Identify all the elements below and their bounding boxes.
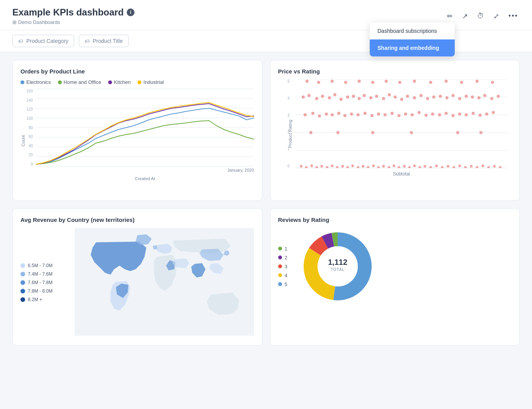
svg-point-73 bbox=[478, 114, 481, 117]
world-map-svg bbox=[75, 228, 254, 336]
line-chart-title: Orders by Product Line bbox=[20, 68, 254, 75]
svg-point-86 bbox=[444, 80, 447, 83]
donut-wrap: 1,112 TOTAL bbox=[299, 228, 376, 305]
external-link-button[interactable]: ↗ bbox=[461, 10, 469, 22]
dropdown-subscriptions[interactable]: Dashboard subscriptions bbox=[370, 22, 455, 39]
svg-point-88 bbox=[475, 80, 478, 83]
svg-point-102 bbox=[331, 165, 333, 167]
svg-point-56 bbox=[363, 112, 366, 115]
info-icon[interactable]: i bbox=[127, 9, 134, 16]
line-chart-legend: Electronics Home and Office Kitchen Indu… bbox=[20, 79, 254, 85]
svg-point-48 bbox=[311, 112, 314, 115]
svg-point-39 bbox=[451, 94, 454, 97]
svg-point-30 bbox=[393, 95, 396, 99]
legend-home-office: Home and Office bbox=[58, 79, 101, 85]
svg-point-113 bbox=[388, 166, 390, 169]
svg-point-92 bbox=[371, 131, 374, 134]
scatter-chart-card: Price vs Rating Product Rating 543210 bbox=[270, 60, 520, 201]
svg-point-126 bbox=[458, 165, 461, 167]
svg-point-112 bbox=[382, 165, 385, 168]
map-legend-1: 6.5M - 7.0M bbox=[20, 263, 67, 268]
map-legend-3: 7.6M - 7.8M bbox=[20, 280, 67, 285]
svg-point-46 bbox=[496, 95, 500, 98]
svg-point-80 bbox=[357, 80, 360, 83]
svg-point-129 bbox=[476, 166, 478, 169]
scatter-chart-title: Price vs Rating bbox=[278, 68, 512, 75]
svg-point-133 bbox=[499, 166, 501, 169]
expand-button[interactable]: ⤢ bbox=[492, 10, 501, 22]
donut-section: 1 2 3 4 5 bbox=[278, 228, 512, 305]
svg-point-58 bbox=[377, 112, 380, 116]
svg-point-68 bbox=[444, 112, 447, 115]
svg-point-50 bbox=[325, 112, 328, 116]
more-button[interactable]: ••• bbox=[507, 10, 520, 22]
map-section: 6.5M - 7.0M 7.4M - 7.6M 7.6M - 7.8M 7.8M… bbox=[20, 228, 254, 337]
svg-point-127 bbox=[464, 166, 467, 169]
svg-point-78 bbox=[330, 80, 333, 83]
svg-point-29 bbox=[388, 93, 391, 96]
header-actions: ✏ ↗ ⏱ ⤢ ••• bbox=[445, 10, 520, 22]
svg-point-111 bbox=[377, 166, 380, 169]
svg-point-21 bbox=[339, 98, 342, 101]
svg-point-18 bbox=[321, 95, 324, 98]
svg-point-70 bbox=[458, 112, 461, 116]
svg-point-57 bbox=[370, 114, 373, 117]
svg-point-105 bbox=[346, 166, 349, 169]
svg-point-123 bbox=[441, 166, 444, 169]
svg-point-106 bbox=[351, 165, 354, 167]
svg-point-82 bbox=[384, 80, 388, 83]
dropdown-sharing[interactable]: Sharing and embedding bbox=[370, 39, 455, 56]
tag-icon-title: 🏷 bbox=[85, 38, 90, 44]
scatter-chart-svg: $50.00 $100.00 bbox=[292, 79, 512, 168]
legend-dot-home-office bbox=[58, 80, 62, 84]
legend-dot-electronics bbox=[20, 80, 24, 84]
svg-point-22 bbox=[346, 95, 349, 99]
svg-point-130 bbox=[481, 165, 484, 167]
subtitle-text: Demo Dashboards bbox=[18, 19, 60, 25]
clock-button[interactable]: ⏱ bbox=[476, 10, 486, 22]
filter-category-label: Product Category bbox=[26, 38, 68, 44]
map-legend-2: 7.4M - 7.6M bbox=[20, 271, 67, 277]
svg-point-38 bbox=[445, 96, 448, 99]
svg-point-76 bbox=[305, 80, 308, 83]
filter-product-category[interactable]: 🏷 Product Category bbox=[12, 35, 74, 47]
legend-electronics: Electronics bbox=[20, 79, 51, 85]
svg-point-97 bbox=[305, 166, 308, 169]
svg-point-116 bbox=[403, 165, 406, 168]
svg-point-60 bbox=[390, 112, 393, 115]
grid-icon: ⊞ bbox=[12, 19, 17, 25]
svg-point-66 bbox=[431, 112, 434, 116]
svg-point-87 bbox=[460, 81, 463, 84]
edit-button[interactable]: ✏ bbox=[445, 10, 454, 22]
donut-chart-card: Reviews by Rating 1 2 3 4 bbox=[270, 208, 520, 346]
x-end-label: January, 2020 bbox=[228, 168, 254, 172]
svg-point-35 bbox=[426, 97, 429, 100]
filter-product-title[interactable]: 🏷 Product Title bbox=[79, 35, 129, 47]
svg-point-34 bbox=[419, 94, 422, 97]
donut-legend-5: 5 bbox=[278, 281, 287, 287]
svg-point-62 bbox=[404, 112, 407, 116]
svg-point-36 bbox=[432, 95, 435, 99]
svg-point-84 bbox=[413, 80, 416, 83]
svg-point-118 bbox=[413, 165, 416, 167]
legend-dot-industrial bbox=[138, 80, 141, 84]
svg-text:TOTAL: TOTAL bbox=[331, 268, 345, 272]
svg-point-125 bbox=[452, 166, 455, 169]
svg-point-37 bbox=[439, 95, 442, 98]
svg-point-65 bbox=[424, 114, 427, 117]
svg-point-51 bbox=[330, 113, 333, 116]
svg-point-96 bbox=[300, 165, 303, 168]
svg-point-101 bbox=[326, 166, 328, 169]
svg-point-31 bbox=[400, 98, 403, 101]
svg-point-119 bbox=[418, 166, 421, 169]
legend-kitchen: Kitchen bbox=[108, 79, 131, 85]
donut-svg: 1,112 TOTAL bbox=[299, 228, 376, 305]
svg-point-98 bbox=[310, 165, 313, 167]
svg-point-40 bbox=[458, 97, 461, 100]
svg-point-103 bbox=[336, 166, 338, 169]
svg-point-52 bbox=[337, 112, 340, 115]
map-svg-wrap bbox=[75, 228, 254, 337]
svg-point-83 bbox=[398, 81, 401, 84]
legend-industrial: Industrial bbox=[138, 79, 164, 85]
dashboard-title: Example KPIs dashboard i bbox=[12, 7, 134, 18]
